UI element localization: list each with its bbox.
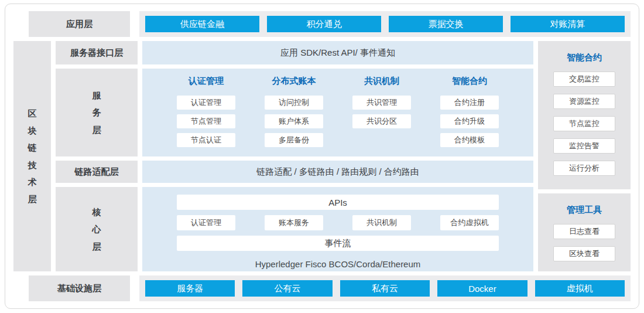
adapter-layer-label: 链路适配层 [56,161,138,183]
service-item: 合约注册 [440,96,499,110]
service-item: 多层备份 [265,133,323,147]
core-layer-label: 核心层 [56,187,138,271]
service-item: 账户体系 [265,114,323,128]
app-button-bill-exchange: 票据交换 [389,16,503,32]
panel-item-monitor-alert: 监控告警 [553,138,615,154]
service-layer-block: 认证管理 认证管理 节点管理 节点认证 分布式账本 访问控制 账户体系 多层备份… [142,69,533,156]
link-adapter-bar: 链路适配 / 多链路由 / 路由规则 / 合约路由 [142,161,533,183]
infra-button-docker: Docker [437,280,527,297]
service-column-header: 分布式账本 [265,76,323,87]
service-item: 合约升级 [440,114,499,128]
app-button-points-exchange: 积分通兑 [267,16,381,32]
service-layer-label: 服务层 [56,69,138,156]
platforms-text: Hyperledger Fisco BCOS/Corda/Ethereum [177,259,499,269]
infra-button-vm: 虚拟机 [535,280,625,297]
service-column-header: 认证管理 [177,76,235,87]
panel-item-resource-monitor: 资源监控 [553,94,615,109]
smart-contract-panel: 智能合约 交易监控 资源监控 节点监控 监控告警 运行分析 [538,41,631,189]
architecture-diagram: 应用层 供应链金融 积分通兑 票据交换 对账清算 区块链技术层 服务器接口层 服… [5,4,639,309]
service-column-header: 共识机制 [352,76,411,87]
blockchain-layer-vertical-label: 区块链技术层 [13,41,51,271]
panel-item-node-monitor: 节点监控 [553,116,615,131]
panel-item-transaction-monitor: 交易监控 [553,72,615,87]
infra-button-public-cloud: 公有云 [242,280,332,297]
app-button-supply-chain-finance: 供应链金融 [145,16,259,32]
core-modules-row: 认证管理 账本服务 共识机制 合约虚拟机 [177,215,499,230]
service-item: 共识管理 [352,96,411,110]
interface-layer-label: 服务器接口层 [56,41,138,64]
service-column-auth: 认证管理 认证管理 节点管理 节点认证 [177,76,235,156]
core-module: 共识机制 [352,215,411,230]
core-layer-block: APIs 认证管理 账本服务 共识机制 合约虚拟机 事件流 Hyperledge… [142,187,533,271]
sublayer-content-column: 应用 SDK/Rest API/ 事件通知 认证管理 认证管理 节点管理 节点认… [142,41,533,271]
service-column-consensus: 共识机制 共识管理 共识分区 [352,76,411,156]
service-column-ledger: 分布式账本 访问控制 账户体系 多层备份 [265,76,323,156]
infrastructure-layer-label: 基础设施层 [29,275,130,301]
smart-contract-panel-title: 智能合约 [567,52,602,63]
infrastructure-layer-strip: 服务器 公有云 私有云 Docker 虚拟机 [139,275,631,301]
application-layer-row: 应用层 供应链金融 积分通兑 票据交换 对账清算 [13,11,631,37]
service-item: 节点管理 [177,114,235,128]
blockchain-technology-layer: 区块链技术层 服务器接口层 服务层 链路适配层 核心层 应用 SDK/Rest … [13,41,631,271]
sdk-rest-api-bar: 应用 SDK/Rest API/ 事件通知 [142,41,533,64]
core-module: 认证管理 [177,215,235,230]
application-layer-label: 应用层 [29,11,130,37]
infra-button-server: 服务器 [145,280,235,297]
service-item: 节点认证 [177,133,235,147]
service-item: 访问控制 [265,96,323,110]
application-layer-strip: 供应链金融 积分通兑 票据交换 对账清算 [139,11,631,37]
sublayer-label-column: 服务器接口层 服务层 链路适配层 核心层 [56,41,138,271]
infrastructure-layer-row: 基础设施层 服务器 公有云 私有云 Docker 虚拟机 [13,275,631,301]
app-button-reconciliation-clearing: 对账清算 [511,16,625,32]
service-item: 认证管理 [177,96,235,110]
core-module: 账本服务 [265,215,323,230]
infra-button-private-cloud: 私有云 [340,280,430,297]
event-stream-bar: 事件流 [177,236,499,251]
right-panel-column: 智能合约 交易监控 资源监控 节点监控 监控告警 运行分析 管理工具 日志查看 … [538,41,631,271]
panel-item-block-view: 区块查看 [553,246,615,261]
service-column-contract: 智能合约 合约注册 合约升级 合约模板 [440,76,499,156]
management-tools-panel: 管理工具 日志查看 区块查看 [538,193,631,271]
service-item: 共识分区 [352,114,411,128]
core-module: 合约虚拟机 [440,215,499,230]
management-tools-panel-title: 管理工具 [567,205,602,216]
service-column-header: 智能合约 [440,76,499,87]
apis-bar: APIs [177,195,499,210]
service-item: 合约模板 [440,133,499,147]
panel-item-run-analysis: 运行分析 [553,161,615,176]
panel-item-log-view: 日志查看 [553,224,615,239]
